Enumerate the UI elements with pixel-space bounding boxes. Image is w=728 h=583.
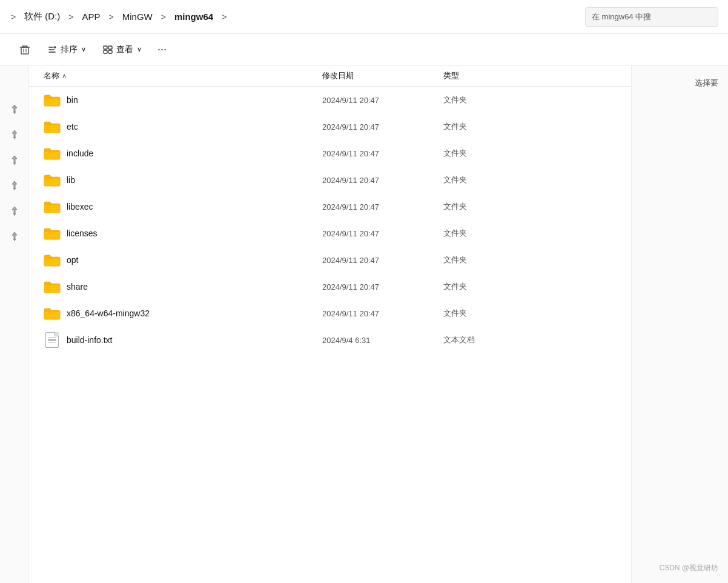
select-hint: 选择要 [695, 78, 718, 88]
view-button[interactable]: 查看 ∨ [96, 41, 149, 59]
delete-button[interactable] [12, 41, 38, 59]
svg-rect-0 [21, 47, 28, 54]
file-type: 文件夹 [443, 308, 534, 319]
table-row[interactable]: licenses 2024/9/11 20:47 文件夹 [29, 220, 631, 247]
svg-rect-11 [104, 46, 107, 49]
file-date: 2024/9/11 20:47 [322, 256, 443, 265]
pin-icon-6[interactable] [7, 229, 22, 244]
file-type: 文件夹 [443, 255, 534, 265]
sort-icon [47, 45, 57, 55]
folder-icon [44, 119, 61, 134]
col-date-header[interactable]: 修改日期 [322, 70, 443, 81]
folder-icon [44, 306, 61, 321]
file-name: libexec [67, 202, 322, 212]
table-row[interactable]: bin 2024/9/11 20:47 文件夹 [29, 87, 631, 113]
toolbar: 排序 ∨ 查看 ∨ ··· [0, 34, 728, 65]
search-placeholder: 在 mingw64 中搜 [592, 12, 651, 22]
trash-icon [19, 44, 30, 55]
svg-rect-14 [108, 50, 112, 53]
file-date: 2024/9/11 20:47 [322, 176, 443, 185]
table-row[interactable]: libexec 2024/9/11 20:47 文件夹 [29, 193, 631, 220]
file-type: 文件夹 [443, 201, 534, 212]
file-name: licenses [67, 228, 322, 238]
pin-sidebar [0, 65, 29, 583]
breadcrumb-bar: > 软件 (D:) > APP > MinGW > mingw64 > 在 mi… [0, 0, 728, 34]
sort-arrow-icon: ∧ [62, 72, 67, 80]
sort-label: 排序 [61, 44, 78, 55]
file-list: 名称 ∧ 修改日期 类型 bin 2024/9/11 20:47 文件夹 [29, 65, 631, 583]
more-button[interactable]: ··· [151, 39, 173, 59]
file-type: 文件夹 [443, 121, 534, 132]
view-chevron: ∨ [137, 45, 142, 53]
file-type: 文件夹 [443, 228, 534, 239]
sep1: > [67, 12, 74, 22]
view-label: 查看 [116, 44, 133, 55]
file-type: 文本文档 [443, 335, 534, 345]
folder-icon [44, 173, 61, 187]
pin-icon-2[interactable] [7, 127, 22, 142]
table-row[interactable]: x86_64-w64-mingw32 2024/9/11 20:47 文件夹 [29, 300, 631, 327]
file-date: 2024/9/11 20:47 [322, 229, 443, 238]
folder-icon [44, 146, 61, 161]
breadcrumb-arrow-start: > [10, 12, 17, 22]
file-date: 2024/9/11 20:47 [322, 202, 443, 212]
folder-icon [44, 199, 61, 214]
file-date: 2024/9/11 20:47 [322, 309, 443, 318]
folder-icon [44, 226, 61, 241]
main-area: 名称 ∧ 修改日期 类型 bin 2024/9/11 20:47 文件夹 [0, 65, 728, 583]
breadcrumb-mingw[interactable]: MinGW [119, 9, 156, 24]
table-row[interactable]: etc 2024/9/11 20:47 文件夹 [29, 113, 631, 140]
sep2: > [108, 12, 115, 22]
search-box[interactable]: 在 mingw64 中搜 [585, 7, 718, 27]
sep4: > [220, 12, 228, 22]
branding: CSDN @视觉研坊 [659, 563, 718, 573]
folder-icon [44, 93, 61, 107]
file-name: include [67, 148, 322, 158]
file-date: 2024/9/11 20:47 [322, 96, 443, 105]
file-name: lib [67, 175, 322, 185]
right-panel: 选择要 [631, 65, 728, 583]
view-icon [103, 45, 113, 55]
file-type: 文件夹 [443, 281, 534, 292]
table-row[interactable]: share 2024/9/11 20:47 文件夹 [29, 273, 631, 300]
pin-icon-1[interactable] [7, 102, 22, 116]
table-row[interactable]: opt 2024/9/11 20:47 文件夹 [29, 247, 631, 273]
breadcrumb-drive[interactable]: 软件 (D:) [21, 8, 64, 25]
file-type: 文件夹 [443, 175, 534, 185]
pin-icon-4[interactable] [7, 178, 22, 193]
table-row[interactable]: include 2024/9/11 20:47 文件夹 [29, 140, 631, 167]
table-row[interactable]: lib 2024/9/11 20:47 文件夹 [29, 167, 631, 193]
file-date: 2024/9/11 20:47 [322, 149, 443, 158]
file-date: 2024/9/11 20:47 [322, 122, 443, 132]
breadcrumb-current: mingw64 [171, 9, 217, 24]
breadcrumb-app[interactable]: APP [79, 9, 104, 24]
file-name: x86_64-w64-mingw32 [67, 308, 322, 318]
col-name-header[interactable]: 名称 ∧ [44, 70, 322, 81]
file-date: 2024/9/4 6:31 [322, 336, 443, 345]
file-name: etc [67, 122, 322, 132]
file-type: 文件夹 [443, 148, 534, 159]
file-name: build-info.txt [67, 335, 322, 345]
folder-icon [44, 253, 61, 267]
col-type-header[interactable]: 类型 [443, 70, 534, 81]
column-headers: 名称 ∧ 修改日期 类型 [29, 65, 631, 87]
file-name: bin [67, 95, 322, 105]
folder-icon [44, 279, 61, 294]
svg-rect-13 [104, 50, 107, 53]
svg-rect-12 [108, 46, 112, 49]
file-date: 2024/9/11 20:47 [322, 282, 443, 292]
file-name: opt [67, 255, 322, 265]
sep3: > [160, 12, 167, 22]
table-row[interactable]: build-info.txt 2024/9/4 6:31 文本文档 [29, 327, 631, 353]
txt-file-icon [44, 333, 61, 347]
file-rows-container: bin 2024/9/11 20:47 文件夹 etc 2024/9/11 20… [29, 87, 631, 353]
file-name: share [67, 282, 322, 292]
file-type: 文件夹 [443, 95, 534, 105]
sort-button[interactable]: 排序 ∨ [40, 41, 93, 59]
sort-chevron: ∨ [81, 45, 86, 53]
pin-icon-3[interactable] [7, 153, 22, 167]
txt-file-icon [45, 332, 59, 348]
pin-icon-5[interactable] [7, 204, 22, 218]
